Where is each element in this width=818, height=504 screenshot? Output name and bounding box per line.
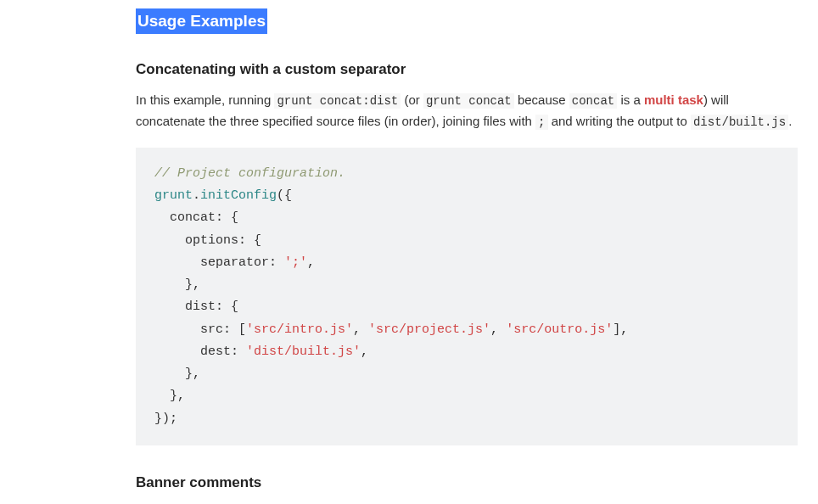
code-punct: , bbox=[307, 255, 315, 270]
code-string: 'src/outro.js' bbox=[506, 322, 613, 337]
code-line: src: [ bbox=[154, 322, 246, 337]
inline-code: dist/built.js bbox=[691, 115, 788, 130]
code-string: ';' bbox=[284, 255, 307, 270]
code-punct: , bbox=[490, 322, 506, 337]
page-heading: Usage Examples bbox=[136, 8, 267, 34]
inline-code: concat bbox=[569, 93, 617, 109]
code-line: separator: bbox=[154, 255, 284, 270]
text-fragment: (or bbox=[401, 92, 423, 107]
text-fragment: . bbox=[788, 114, 792, 128]
inline-code: grunt concat:dist bbox=[274, 93, 401, 109]
code-punct: ], bbox=[613, 322, 628, 337]
code-line: options: { bbox=[154, 233, 261, 248]
code-punct: ({ bbox=[277, 188, 292, 203]
code-line: dest: bbox=[154, 344, 246, 359]
code-comment: // Project configuration. bbox=[154, 166, 345, 181]
code-line: }, bbox=[154, 277, 200, 292]
code-punct: , bbox=[361, 344, 368, 359]
code-line: }, bbox=[154, 389, 185, 403]
section-title-2: Banner comments bbox=[136, 471, 798, 494]
code-line: }); bbox=[154, 412, 177, 426]
code-string: 'src/intro.js' bbox=[246, 322, 353, 337]
code-identifier: initConfig bbox=[200, 188, 277, 203]
code-block: // Project configuration. grunt.initConf… bbox=[136, 148, 798, 445]
code-string: 'src/project.js' bbox=[368, 322, 490, 337]
code-line: }, bbox=[154, 367, 200, 381]
code-punct: , bbox=[353, 322, 368, 337]
code-line: dist: { bbox=[154, 300, 238, 314]
text-fragment: is a bbox=[617, 92, 644, 107]
code-identifier: grunt bbox=[154, 188, 193, 203]
code-line: concat: { bbox=[154, 210, 238, 225]
inline-code: ; bbox=[535, 115, 547, 130]
section-title-1: Concatenating with a custom separator bbox=[136, 58, 798, 81]
doc-container: Usage Examples Concatenating with a cust… bbox=[136, 8, 798, 494]
text-fragment: because bbox=[514, 92, 569, 107]
text-fragment: In this example, running bbox=[136, 92, 274, 107]
text-fragment: and writing the output to bbox=[548, 114, 691, 128]
code-punct: . bbox=[193, 188, 200, 203]
intro-paragraph: In this example, running grunt concat:di… bbox=[136, 90, 798, 132]
code-string: 'dist/built.js' bbox=[246, 344, 361, 359]
inline-code: grunt concat bbox=[423, 93, 514, 109]
multi-task-link[interactable]: multi task bbox=[644, 92, 703, 107]
